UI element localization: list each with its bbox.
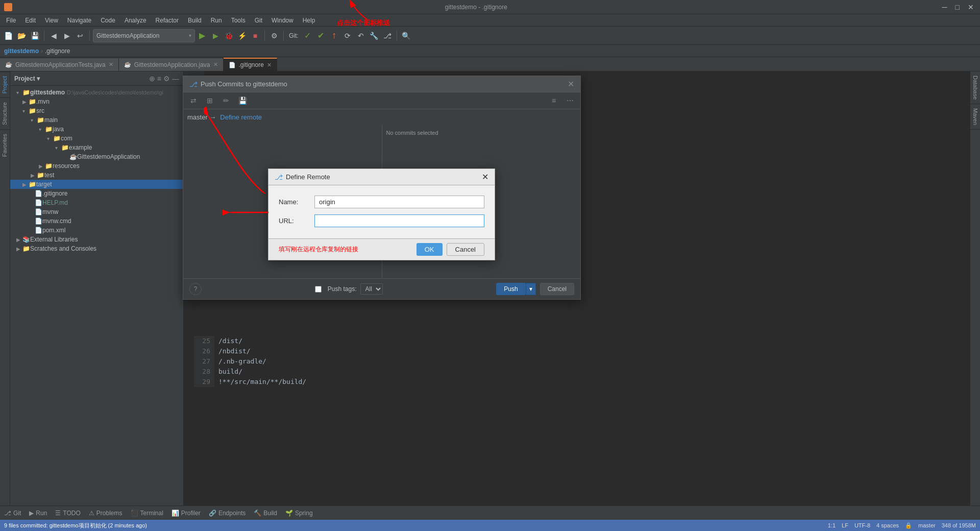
tree-app-class[interactable]: ☕ GittestdemoApplication [10,152,183,161]
menu-code[interactable]: Code [96,16,119,25]
tree-test[interactable]: ▶ 📁 test [10,171,183,180]
git-revert-button[interactable]: ↶ [355,30,367,42]
tab-gittestdemo-app[interactable]: ☕ GittestdemoApplication.java ✕ [119,58,224,71]
tree-target[interactable]: ▶ 📁 target [10,180,183,189]
menu-window[interactable]: Window [267,16,298,25]
tree-root[interactable]: ▾ 📁 gittestdemo D:\javaCodes\codes\demo\… [10,88,183,97]
push-dialog-close[interactable]: ✕ [568,79,574,89]
status-line[interactable]: 1:1 [828,522,836,529]
tab-gittestdemo-tests[interactable]: ☕ GittestdemoApplicationTests.java ✕ [0,58,119,71]
run-with-coverage[interactable]: ⚡ [236,30,248,42]
menu-file[interactable]: File [2,16,20,25]
menu-run[interactable]: Run [207,16,226,25]
git-branches-button[interactable]: ⎇ [381,30,394,42]
tree-mvn[interactable]: ▶ 📁 .mvn [10,97,183,106]
status-lf[interactable]: LF [842,522,848,529]
bottom-endpoints[interactable]: 🔗 Endpoints [209,510,246,517]
git-wrench-button[interactable]: 🔧 [368,30,380,42]
panel-action-3[interactable]: ⚙ [163,75,170,83]
push-tb-move[interactable]: ⇄ [187,94,200,107]
menu-tools[interactable]: Tools [227,16,250,25]
push-button[interactable]: Push [496,283,525,295]
menu-edit[interactable]: Edit [21,16,40,25]
bottom-problems[interactable]: ⚠ Problems [89,510,122,517]
minimize-button[interactable]: ─ [940,3,949,11]
save-button[interactable]: 💾 [29,30,41,42]
tree-example[interactable]: ▾ 📁 example [10,143,183,152]
tab-close-2[interactable]: ✕ [213,61,218,68]
define-remote-close[interactable]: ✕ [482,172,488,182]
menu-build[interactable]: Build [184,16,206,25]
push-tb-expand[interactable]: ≡ [548,94,560,107]
bottom-terminal[interactable]: ⬛ Terminal [131,510,163,517]
tree-mvnwcmd[interactable]: 📄 mvnw.cmd [10,216,183,226]
tree-java[interactable]: ▾ 📁 java [10,125,183,134]
right-tab-database[interactable]: Database [970,71,980,104]
panel-action-minimize[interactable]: — [172,75,179,83]
menu-help[interactable]: Help [299,16,320,25]
tree-com[interactable]: ▾ 📁 com [10,134,183,143]
panel-action-2[interactable]: ≡ [157,75,161,83]
right-tab-maven[interactable]: Maven [970,104,980,130]
panel-action-1[interactable]: ⊕ [149,75,155,83]
maximize-button[interactable]: □ [953,3,962,11]
refresh-button[interactable]: ▶ [196,30,208,42]
search-everywhere[interactable]: 🔍 [400,30,412,42]
tree-mvnw[interactable]: 📄 mvnw [10,207,183,216]
push-tb-collapse[interactable]: ⋯ [564,94,576,107]
push-cancel-button[interactable]: Cancel [540,283,574,295]
name-input[interactable] [314,196,484,208]
tree-resources[interactable]: ▶ 📁 resources [10,161,183,171]
debug-button[interactable]: 🐞 [223,30,235,42]
menu-refactor[interactable]: Refactor [152,16,183,25]
menu-view[interactable]: View [41,16,62,25]
tab-close-1[interactable]: ✕ [109,61,113,68]
define-remote-ok[interactable]: OK [416,243,443,256]
run-button[interactable]: ▶ [209,30,222,42]
url-input[interactable] [314,214,484,227]
bottom-profiler[interactable]: 📊 Profiler [172,510,201,517]
tree-main[interactable]: ▾ 📁 main [10,115,183,125]
menu-analyze[interactable]: Analyze [120,16,151,25]
tab-gitignore[interactable]: 📄 .gitignore ✕ [224,58,277,71]
push-dropdown-arrow[interactable]: ▾ [526,283,536,295]
activity-project[interactable]: Project [0,71,10,98]
push-tb-save[interactable]: 💾 [236,94,249,107]
close-button[interactable]: ✕ [966,3,976,11]
bottom-run[interactable]: ▶ Run [29,510,47,517]
tree-gitignore[interactable]: 📄 .gitignore [10,189,183,198]
bottom-spring[interactable]: 🌱 Spring [285,510,313,517]
open-button[interactable]: 📂 [15,30,28,42]
git-push-button[interactable]: ↑ [328,30,340,42]
tree-src[interactable]: ▾ 📁 src [10,106,183,115]
git-history-button[interactable]: ⟳ [341,30,354,42]
new-file-button[interactable]: 📄 [2,30,14,42]
stop-button[interactable]: ■ [249,30,261,42]
activity-favorites[interactable]: Favorites [0,129,10,161]
define-remote-link[interactable]: Define remote [220,113,262,121]
back-button[interactable]: ◀ [47,30,60,42]
tree-scratches[interactable]: ▶ 📁 Scratches and Consoles [10,244,183,253]
menu-git[interactable]: Git [251,16,266,25]
status-charset[interactable]: UTF-8 [854,522,870,529]
define-remote-cancel[interactable]: Cancel [447,243,484,256]
forward-button[interactable]: ▶ [61,30,73,42]
breadcrumb-project[interactable]: gittestdemo [4,47,39,55]
git-tick-button[interactable]: ✔ [315,30,327,42]
bottom-build[interactable]: 🔨 Build [254,510,277,517]
status-branch[interactable]: master [918,522,936,529]
undo-button[interactable]: ↩ [74,30,86,42]
run-configuration[interactable]: GittestdemoApplication ▾ [93,29,195,42]
status-indent[interactable]: 4 spaces [876,522,899,529]
push-tags-select[interactable]: All [360,283,383,295]
push-help-button[interactable]: ? [189,283,202,295]
settings-button[interactable]: ⚙ [268,30,280,42]
tree-external-libs[interactable]: ▶ 📚 External Libraries [10,235,183,244]
activity-structure[interactable]: Structure [0,98,10,129]
tree-helpmd[interactable]: 📄 HELP.md [10,198,183,207]
push-tb-diff[interactable]: ⊞ [204,94,216,107]
bottom-todo[interactable]: ☰ TODO [55,510,80,517]
bottom-git[interactable]: ⎇ Git [4,510,21,517]
menu-navigate[interactable]: Navigate [63,16,95,25]
tree-pomxml[interactable]: 📄 pom.xml [10,226,183,235]
